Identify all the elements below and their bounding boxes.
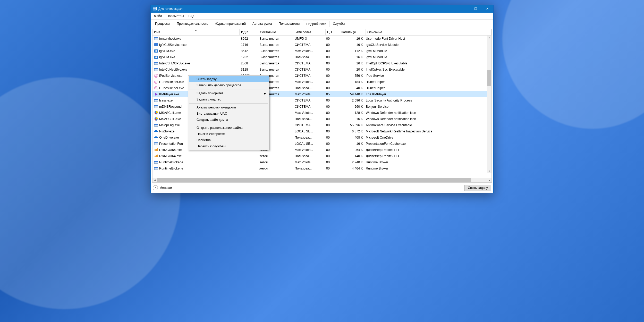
titlebar[interactable]: Диспетчер задач — ☐ ✕ — [151, 5, 493, 13]
svg-rect-35 — [156, 149, 157, 151]
column-header-2[interactable]: Состояние — [258, 29, 294, 35]
itunes-icon — [154, 74, 158, 78]
exe-icon — [154, 98, 158, 103]
vertical-scrollbar[interactable]: ▲ ▼ — [487, 36, 492, 173]
column-header-5[interactable]: Память (ч... — [339, 29, 366, 35]
menu-вид[interactable]: Вид — [186, 14, 197, 18]
cell: igfxEM Module — [364, 54, 492, 60]
table-row[interactable]: IntelCpHDCPSvc.exe2568ВыполняетсяСИСТЕМА… — [152, 60, 492, 66]
scroll-left-button[interactable]: ◀ — [152, 178, 157, 182]
cell: 00 — [325, 153, 338, 159]
svg-rect-29 — [154, 105, 158, 106]
context-item[interactable]: Поиск в Интернете — [189, 131, 269, 137]
scroll-right-button[interactable]: ▶ — [487, 178, 492, 182]
context-item[interactable]: Свойства — [189, 137, 269, 143]
cell: Max Volots... — [293, 147, 325, 153]
horizontal-scrollbar[interactable]: ◀ ▶ — [152, 178, 492, 182]
scroll-up-button[interactable]: ▲ — [487, 36, 492, 40]
cell: Пользова... — [293, 85, 325, 91]
cell: 00 — [325, 122, 338, 128]
scroll-down-button[interactable]: ▼ — [487, 169, 492, 173]
cell: 00 — [325, 128, 338, 134]
column-header-0[interactable]: Имя▲ — [152, 29, 240, 35]
cell: Max Volots... — [293, 91, 325, 97]
context-item[interactable]: Виртуализация UAC — [189, 111, 269, 117]
cell: 264 К — [338, 147, 364, 153]
menu-параметры[interactable]: Параметры — [164, 14, 186, 18]
tab-4[interactable]: Пользователи — [275, 20, 303, 27]
context-item[interactable]: Задать сходство — [189, 96, 269, 103]
cell: Max Volots... — [293, 48, 325, 54]
column-header-3[interactable]: Имя польз... — [294, 29, 326, 35]
cell: 408 К — [338, 134, 364, 141]
cell: 260 К — [338, 104, 364, 110]
tab-3[interactable]: Автозагрузка — [249, 20, 275, 27]
cell: 184 К — [338, 79, 364, 85]
cell: Max Volots... — [293, 79, 325, 85]
context-item[interactable]: Анализ цепочки ожидания — [189, 104, 269, 111]
tab-0[interactable]: Процессы — [152, 20, 173, 27]
table-row[interactable]: IntelCpHeciSvc.exe3128ВыполняетсяСИСТЕМА… — [152, 66, 492, 73]
cell: Usermode Font Driver Host — [364, 36, 492, 42]
table-row[interactable]: RuntimeBroker.eяетсяMax Volots...002 740… — [152, 159, 492, 165]
fewer-details-button[interactable]: ʌ Меньше — [153, 185, 172, 190]
context-item[interactable]: Создать файл дампа — [189, 117, 269, 123]
cell: 20 К — [338, 66, 364, 73]
cell: UMFD-3 — [293, 36, 325, 42]
separator — [189, 103, 268, 104]
column-header-1[interactable]: ИД п... — [240, 29, 258, 35]
cell: iTunesHelper — [364, 79, 492, 85]
exe-icon — [154, 61, 158, 65]
cell-name: igfxCUIService.exe — [152, 42, 239, 48]
cell: 00 — [325, 73, 338, 79]
menu-файл[interactable]: Файл — [152, 14, 164, 18]
context-item[interactable]: Задать приоритет▶ — [189, 90, 269, 96]
cell: 40 К — [338, 85, 364, 91]
close-button[interactable]: ✕ — [481, 5, 493, 13]
gfx-icon — [154, 49, 158, 53]
maximize-button[interactable]: ☐ — [470, 5, 481, 13]
cell: 59 440 К — [338, 91, 364, 97]
tab-5[interactable]: Подробности — [303, 21, 329, 27]
hscroll-thumb[interactable] — [157, 178, 471, 182]
cell: 00 — [325, 165, 338, 172]
table-row[interactable]: RtkNGUI64.exeяетсяПользова...00140 КДисп… — [152, 153, 492, 159]
table-row[interactable]: fontdrvhost.exe8992ВыполняетсяUMFD-30016… — [152, 36, 492, 42]
cell: 16 К — [338, 36, 364, 42]
tab-1[interactable]: Производительность — [173, 20, 211, 27]
cell: Runtime Broker — [364, 159, 492, 165]
svg-rect-43 — [154, 167, 158, 168]
scroll-thumb[interactable] — [487, 70, 491, 86]
cell: СИСТЕМА — [293, 104, 325, 110]
kmp-icon — [154, 92, 158, 96]
table-row[interactable]: RuntimeBroker.eяетсяПользова...004 464 К… — [152, 165, 492, 172]
context-item[interactable]: Завершить дерево процессов — [189, 82, 269, 88]
column-headers: Имя▲ИД п...СостояниеИмя польз...ЦППамять… — [152, 29, 492, 36]
cell: 00 — [325, 159, 338, 165]
cell-name: fontdrvhost.exe — [152, 36, 239, 42]
column-header-4[interactable]: ЦП — [326, 29, 339, 35]
column-header-6[interactable]: Описание — [366, 29, 492, 35]
table-row[interactable]: igfxCUIService.exe1716ВыполняетсяСИСТЕМА… — [152, 42, 492, 48]
cell: Windows Defender notification icon — [364, 110, 492, 116]
cell: IntelCpHeciSvc Executable — [364, 66, 492, 73]
cell: 00 — [325, 147, 338, 153]
context-item[interactable]: Перейти к службам — [189, 143, 269, 149]
cell: Пользова... — [293, 153, 325, 159]
context-item[interactable]: Снять задачу — [189, 76, 269, 82]
table-row[interactable]: igfxEM.exe1232ВыполняетсяПользова...0016… — [152, 54, 492, 60]
cell: СИСТЕМА — [293, 122, 325, 128]
sort-indicator-icon: ▲ — [195, 29, 197, 31]
context-item[interactable]: Открыть расположение файла — [189, 125, 269, 131]
cell: СИСТЕМА — [293, 42, 325, 48]
minimize-button[interactable]: — — [458, 5, 470, 13]
tab-6[interactable]: Службы — [329, 20, 348, 27]
table-row[interactable]: igfxEM.exe8512ВыполняетсяMax Volots...00… — [152, 48, 492, 54]
svg-rect-15 — [154, 68, 158, 69]
end-task-button[interactable]: Снять задачу — [464, 185, 491, 191]
svg-rect-27 — [154, 99, 158, 100]
cell: iTunesHelper — [364, 85, 492, 91]
cell: СИСТЕМА — [293, 97, 325, 104]
tab-2[interactable]: Журнал приложений — [211, 20, 249, 27]
itunes-icon — [154, 80, 158, 84]
